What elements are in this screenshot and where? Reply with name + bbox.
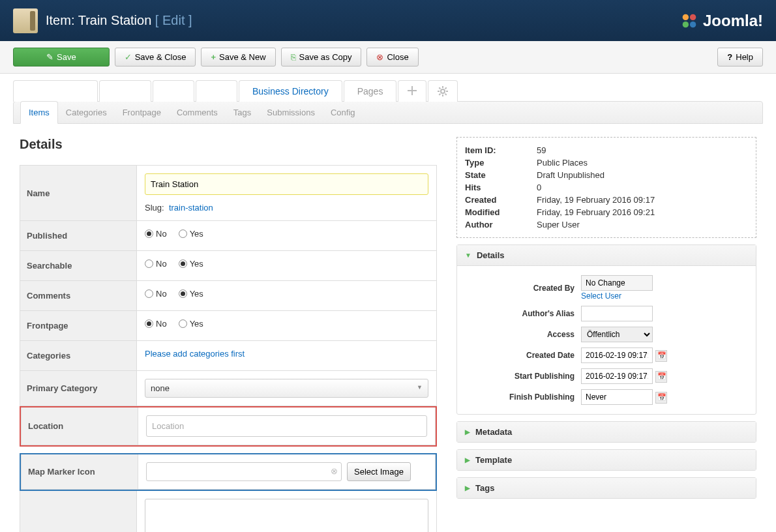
radio-icon [179,289,187,298]
tab-business-directory[interactable]: Business Directory [239,80,342,102]
calendar-icon[interactable] [655,350,667,362]
label-categories: Categories [20,341,137,371]
svg-point-3 [690,21,696,27]
help-button[interactable]: Help [717,48,763,66]
accordion-tags: Tags [456,477,756,499]
tab-settings[interactable] [428,80,458,102]
subtab-comments[interactable]: Comments [169,102,226,123]
sidebar-column: Item ID:59 TypePublic Places StateDraft … [456,137,756,532]
subtab-items[interactable]: Items [20,101,58,124]
help-icon [727,52,732,62]
radio-icon [179,319,187,328]
close-button[interactable]: Close [366,48,418,66]
label-name: Name [20,165,137,221]
label-start-publishing: Start Publishing [464,372,575,381]
chevron-right-icon [465,484,470,492]
name-input[interactable] [145,173,428,195]
accordion-tags-header[interactable]: Tags [457,478,756,498]
radio-icon [145,319,153,328]
created-by-input[interactable] [581,275,653,291]
subtab-tags[interactable]: Tags [226,102,259,123]
app-header: Item: Train Station [ Edit ] Joomla! [0,0,776,41]
chevron-right-icon [465,456,470,464]
accordion-metadata-header[interactable]: Metadata [457,422,756,442]
access-select[interactable]: Öffentlich [581,327,653,342]
calendar-icon[interactable] [655,371,667,383]
slug-link[interactable]: train-station [169,203,213,213]
location-input[interactable] [146,415,427,437]
tab-empty-1[interactable] [13,80,98,102]
radio-icon [179,229,187,238]
comments-no[interactable]: No [145,289,167,299]
published-yes[interactable]: Yes [179,229,203,239]
radio-icon [179,259,187,268]
content-area: Details Name Slug: train-station Publish… [13,124,763,532]
add-categories-link[interactable]: Please add categories first [145,349,245,359]
close-icon [376,52,383,62]
save-copy-button[interactable]: Save as Copy [281,48,362,66]
label-empty [20,491,137,532]
author-alias-input[interactable] [581,306,653,321]
tab-add[interactable] [398,80,426,102]
accordion-template-header[interactable]: Template [457,450,756,470]
tab-empty-3[interactable] [153,80,194,102]
gear-icon [438,86,448,96]
component-tabs: Business Directory Pages [13,80,763,102]
subtab-submissions[interactable]: Submissions [259,102,323,123]
slug-line: Slug: train-station [145,203,428,213]
label-published: Published [20,221,137,251]
frontpage-no[interactable]: No [145,319,167,329]
label-location: Location [21,407,138,445]
copy-icon [291,52,296,62]
tab-pages[interactable]: Pages [344,80,397,102]
item-info-box: Item ID:59 TypePublic Places StateDraft … [456,137,756,238]
accordion-template: Template [456,449,756,471]
subtab-categories[interactable]: Categories [58,102,115,123]
label-access: Access [464,330,575,339]
subtab-frontpage[interactable]: Frontpage [115,102,169,123]
clear-icon[interactable]: ⊗ [331,466,338,476]
save-new-button[interactable]: Save & New [201,48,275,66]
chevron-right-icon [465,428,470,436]
frontpage-yes[interactable]: Yes [179,319,203,329]
accordion-details: Details Created By Select User Author's … [456,244,756,415]
pencil-icon [46,52,53,62]
searchable-yes[interactable]: Yes [179,259,203,269]
label-comments: Comments [20,281,137,311]
label-primary-category: Primary Category [20,371,137,406]
published-no[interactable]: No [145,229,167,239]
chevron-down-icon [465,252,471,259]
select-user-link[interactable]: Select User [581,291,621,301]
plus-icon [408,86,417,95]
comments-yes[interactable]: Yes [179,289,203,299]
svg-point-1 [690,14,696,20]
details-form: Name Slug: train-station Published No Ye… [20,165,437,532]
accordion-details-header[interactable]: Details [457,245,756,266]
description-textarea[interactable] [145,499,428,532]
marker-icon-input[interactable] [146,462,342,481]
searchable-no[interactable]: No [145,259,167,269]
tab-empty-2[interactable] [99,80,151,102]
radio-icon [145,259,153,268]
tab-empty-4[interactable] [196,80,237,102]
details-heading: Details [20,137,437,152]
svg-point-4 [441,89,445,93]
label-finish-publishing: Finish Publishing [464,392,575,402]
primary-category-select[interactable]: none [145,379,428,398]
select-image-button[interactable]: Select Image [347,462,411,481]
header-left: Item: Train Station [ Edit ] [13,8,192,33]
sub-tabs: Items Categories Frontpage Comments Tags… [13,101,763,124]
save-close-button[interactable]: Save & Close [115,48,196,66]
svg-point-0 [683,14,689,20]
calendar-icon[interactable] [655,392,667,404]
label-marker-icon: Map Marker Icon [21,454,138,490]
toolbar: Save Save & Close Save & New Save as Cop… [0,41,776,74]
subtab-config[interactable]: Config [323,102,363,123]
plus-icon [211,52,216,62]
label-frontpage: Frontpage [20,311,137,341]
created-date-input[interactable] [581,347,653,363]
radio-icon [145,289,153,298]
start-publishing-input[interactable] [581,368,653,384]
save-button[interactable]: Save [13,48,110,66]
finish-publishing-input[interactable] [581,389,653,405]
